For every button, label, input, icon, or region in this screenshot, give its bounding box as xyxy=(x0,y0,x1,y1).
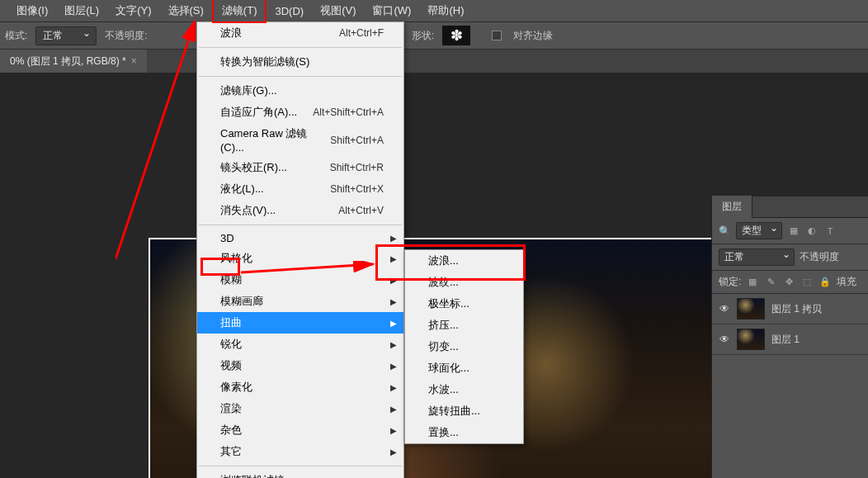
fill-label: 填充 xyxy=(837,275,856,289)
mode-label: 模式: xyxy=(5,29,27,43)
options-bar: 模式: 正常 不透明度: 形状: ✽ 对齐边缘 xyxy=(0,21,868,50)
submenu-item[interactable]: 球面化... xyxy=(405,357,523,379)
submenu-arrow-icon: ▶ xyxy=(390,447,397,457)
menu-item[interactable]: 液化(L)...Shift+Ctrl+X xyxy=(197,178,403,200)
menu-item[interactable]: 模糊画廊▶ xyxy=(197,291,403,312)
menu-label: 3D(D) xyxy=(275,5,304,17)
filter-pixel-icon[interactable]: ▦ xyxy=(787,225,800,238)
filter-type-select[interactable]: 类型 xyxy=(736,222,782,239)
lock-position-icon[interactable]: ✥ xyxy=(782,276,795,289)
menu-item[interactable]: 自适应广角(A)...Alt+Shift+Ctrl+A xyxy=(197,102,403,123)
close-icon[interactable]: × xyxy=(131,55,137,67)
layer-row[interactable]: 👁 图层 1 xyxy=(712,324,868,355)
menu-item[interactable]: Camera Raw 滤镜(C)...Shift+Ctrl+A xyxy=(197,123,403,157)
lock-paint-icon[interactable]: ✎ xyxy=(764,276,777,289)
menu-item[interactable]: 锐化▶ xyxy=(197,334,403,355)
layer-list: 👁 图层 1 拷贝 👁 图层 1 xyxy=(712,294,868,355)
menu-separator xyxy=(199,76,402,77)
lock-all-icon[interactable]: 🔒 xyxy=(818,276,832,289)
menu-item[interactable]: 消失点(V)...Alt+Ctrl+V xyxy=(197,200,403,221)
layer-blend-select[interactable]: 正常 xyxy=(719,248,795,266)
lock-pixels-icon[interactable]: ▦ xyxy=(746,276,759,289)
layer-row[interactable]: 👁 图层 1 拷贝 xyxy=(712,294,868,324)
submenu-item-label: 极坐标... xyxy=(428,296,469,311)
menu-image[interactable]: 图像(I) xyxy=(8,0,56,21)
menu-item[interactable]: 滤镜库(G)... xyxy=(197,80,403,102)
submenu-item[interactable]: 极坐标... xyxy=(405,293,523,315)
menu-select[interactable]: 选择(S) xyxy=(160,0,212,21)
menu-item-label: 渲染 xyxy=(220,401,242,416)
opacity-label: 不透明度: xyxy=(105,29,147,43)
menu-item[interactable]: 视频▶ xyxy=(197,355,403,376)
menu-item[interactable]: 扭曲▶ xyxy=(197,312,403,334)
submenu-item-label: 置换... xyxy=(428,425,459,440)
menu-item[interactable]: 杂色▶ xyxy=(197,419,403,441)
menu-label: 滤镜(T) xyxy=(222,4,257,17)
submenu-item[interactable]: 波纹... xyxy=(405,272,523,293)
menu-layer[interactable]: 图层(L) xyxy=(56,0,107,21)
menu-filter[interactable]: 滤镜(T) xyxy=(212,0,267,23)
filter-adjust-icon[interactable]: ◐ xyxy=(805,225,818,238)
menu-item[interactable]: 转换为智能滤镜(S) xyxy=(197,51,403,73)
shape-swatch[interactable]: ✽ xyxy=(442,26,470,45)
menu-item[interactable]: 镜头校正(R)...Shift+Ctrl+R xyxy=(197,157,403,178)
submenu-item[interactable]: 波浪... xyxy=(405,250,523,272)
layer-thumbnail[interactable] xyxy=(737,298,765,319)
filter-dropdown: 波浪Alt+Ctrl+F转换为智能滤镜(S)滤镜库(G)...自适应广角(A).… xyxy=(196,21,404,478)
menu-item[interactable]: 波浪Alt+Ctrl+F xyxy=(197,22,403,44)
submenu-arrow-icon: ▶ xyxy=(390,383,397,392)
submenu-item-label: 波纹... xyxy=(428,275,459,290)
visibility-icon[interactable]: 👁 xyxy=(719,303,730,315)
menu-item[interactable]: 浏览联机滤镜... xyxy=(197,470,403,478)
menu-item[interactable]: 3D▶ xyxy=(197,229,403,248)
menu-item[interactable]: 像素化▶ xyxy=(197,376,403,398)
menu-type[interactable]: 文字(Y) xyxy=(107,0,159,21)
layers-tab[interactable]: 图层 xyxy=(712,196,752,218)
menu-item-label: 3D xyxy=(220,232,234,244)
visibility-icon[interactable]: 👁 xyxy=(719,334,730,345)
menu-window[interactable]: 窗口(W) xyxy=(364,0,419,21)
submenu-item[interactable]: 切变... xyxy=(405,336,523,357)
menu-view[interactable]: 视图(V) xyxy=(312,0,364,21)
menu-item-label: 液化(L)... xyxy=(220,182,264,196)
menu-separator xyxy=(199,47,402,48)
menu-help[interactable]: 帮助(H) xyxy=(419,0,472,21)
menu-bar: 图像(I) 图层(L) 文字(Y) 选择(S) 滤镜(T) 3D(D) 视图(V… xyxy=(0,0,868,21)
menu-item-label: 镜头校正(R)... xyxy=(220,160,287,175)
submenu-item[interactable]: 置换... xyxy=(405,422,523,443)
lock-artboard-icon[interactable]: ⬚ xyxy=(800,276,814,289)
layer-name[interactable]: 图层 1 拷贝 xyxy=(771,302,822,316)
menu-item[interactable]: 其它▶ xyxy=(197,441,403,462)
menu-label: 视图(V) xyxy=(320,4,356,17)
submenu-arrow-icon: ▶ xyxy=(390,254,397,263)
submenu-arrow-icon: ▶ xyxy=(390,426,397,435)
align-edges-checkbox[interactable] xyxy=(492,31,502,40)
layer-name[interactable]: 图层 1 xyxy=(771,333,800,347)
menu-label: 选择(S) xyxy=(168,4,204,17)
submenu-arrow-icon: ▶ xyxy=(390,340,397,349)
menu-item-shortcut: Shift+Ctrl+X xyxy=(330,183,384,195)
filter-label: 类型 xyxy=(742,225,762,236)
menu-item-label: 滤镜库(G)... xyxy=(220,83,277,98)
submenu-item[interactable]: 挤压... xyxy=(405,315,523,336)
layer-thumbnail[interactable] xyxy=(737,329,765,350)
document-tab[interactable]: 0% (图层 1 拷贝, RGB/8) * × xyxy=(0,50,147,73)
distort-submenu: 波浪...波纹...极坐标...挤压...切变...球面化...水波...旋转扭… xyxy=(404,249,524,444)
menu-3d[interactable]: 3D(D) xyxy=(267,2,312,21)
filter-type-icon[interactable]: T xyxy=(823,225,837,238)
menu-label: 窗口(W) xyxy=(372,4,411,17)
menu-item[interactable]: 渲染▶ xyxy=(197,398,403,419)
submenu-item-label: 球面化... xyxy=(428,361,469,376)
submenu-item-label: 挤压... xyxy=(428,318,459,333)
menu-label: 文字(Y) xyxy=(116,4,151,17)
menu-item-shortcut: Shift+Ctrl+R xyxy=(330,162,384,173)
menu-item[interactable]: 风格化▶ xyxy=(197,248,403,269)
menu-item-label: 浏览联机滤镜... xyxy=(220,473,294,478)
submenu-item[interactable]: 水波... xyxy=(405,379,523,400)
blend-value: 正常 xyxy=(724,251,744,263)
submenu-item[interactable]: 旋转扭曲... xyxy=(405,400,523,422)
menu-item[interactable]: 模糊▶ xyxy=(197,269,403,291)
shape-label: 形状: xyxy=(412,29,434,43)
search-icon: 🔍 xyxy=(719,225,731,237)
blend-mode-select[interactable]: 正常 xyxy=(35,26,97,45)
